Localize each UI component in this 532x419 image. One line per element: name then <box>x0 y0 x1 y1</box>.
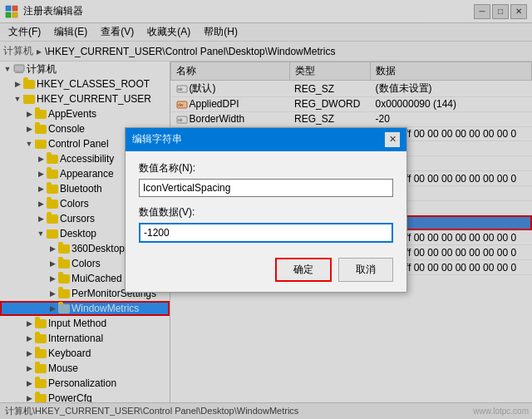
field-data-label: 数值数据(V): <box>139 205 393 219</box>
dialog-buttons: 确定 取消 <box>139 258 393 282</box>
field-name-label: 数值名称(N): <box>139 161 393 175</box>
dialog-title-bar: 编辑字符串 ✕ <box>126 128 406 151</box>
edit-string-dialog: 编辑字符串 ✕ 数值名称(N): 数值数据(V): 确定 取消 <box>125 127 407 293</box>
ok-button[interactable]: 确定 <box>275 258 332 282</box>
dialog-overlay: 编辑字符串 ✕ 数值名称(N): 数值数据(V): 确定 取消 <box>0 0 532 419</box>
dialog-title: 编辑字符串 <box>132 132 182 146</box>
cancel-button[interactable]: 取消 <box>338 258 393 282</box>
dialog-body: 数值名称(N): 数值数据(V): 确定 取消 <box>126 151 406 292</box>
dialog-close-button[interactable]: ✕ <box>385 132 400 147</box>
field-data-input[interactable] <box>139 223 393 243</box>
field-name-input[interactable] <box>139 179 393 197</box>
